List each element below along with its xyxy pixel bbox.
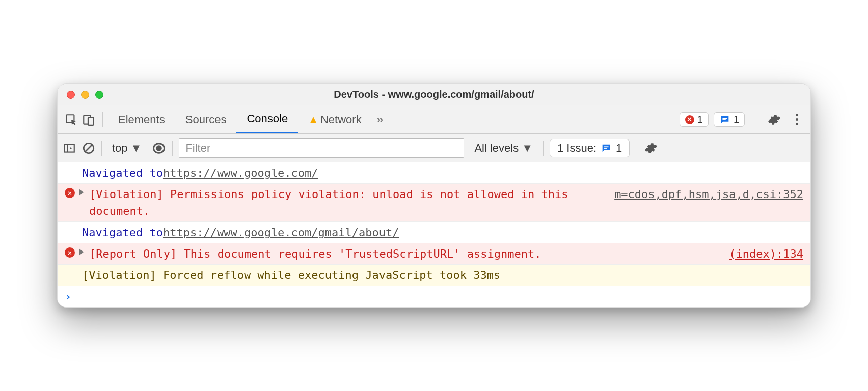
error-count-badge[interactable]: ✕ 1 (680, 112, 709, 127)
chevron-down-icon: ▼ (522, 142, 533, 155)
log-row-navigation: Navigated to https://www.google.com/ (58, 162, 810, 184)
context-selector[interactable]: top ▼ (108, 142, 146, 155)
error-count: 1 (697, 114, 703, 125)
main-tabbar: Elements Sources Console ▲ Network » ✕ 1… (58, 105, 810, 134)
svg-rect-3 (722, 118, 727, 119)
log-row-violation: [Violation] Forced reflow while executin… (58, 265, 810, 286)
svg-rect-2 (88, 117, 94, 125)
issues-button[interactable]: 1 Issue: 1 (550, 139, 630, 157)
tab-sources[interactable]: Sources (175, 105, 237, 133)
error-icon: ✕ (685, 115, 694, 124)
log-row-navigation: Navigated to https://www.google.com/gmai… (58, 222, 810, 243)
tabbar-right-tools: ✕ 1 1 (680, 111, 805, 128)
log-levels-selector[interactable]: All levels ▼ (470, 142, 537, 155)
tab-console[interactable]: Console (236, 105, 298, 133)
chevron-down-icon: ▼ (131, 142, 142, 155)
error-message: [Report Only] This document requires 'Tr… (89, 245, 719, 262)
error-icon: ✕ (65, 188, 75, 198)
clear-console-icon[interactable] (82, 142, 95, 155)
sidebar-toggle-icon[interactable] (63, 142, 76, 155)
message-count-badge[interactable]: 1 (714, 112, 745, 127)
prompt-caret: › (65, 290, 71, 303)
svg-rect-11 (604, 148, 607, 149)
error-message: [Violation] Permissions policy violation… (89, 186, 604, 219)
svg-rect-10 (604, 146, 608, 147)
error-source-link[interactable]: (index):134 (729, 245, 803, 262)
inspect-icon[interactable] (63, 111, 80, 128)
svg-point-9 (156, 145, 162, 151)
nav-prefix: Navigated to (82, 224, 163, 241)
violation-message: [Violation] Forced reflow while executin… (82, 267, 500, 284)
tab-network-label: Network (320, 113, 362, 126)
console-toolbar: top ▼ All levels ▼ 1 Issue: 1 (58, 134, 810, 162)
log-row-error[interactable]: ✕ [Violation] Permissions policy violati… (58, 184, 810, 222)
window-title: DevTools - www.google.com/gmail/about/ (58, 89, 810, 100)
message-icon (719, 114, 730, 125)
titlebar: DevTools - www.google.com/gmail/about/ (58, 84, 810, 105)
kebab-menu-icon[interactable] (788, 111, 805, 128)
svg-line-8 (86, 145, 92, 151)
context-label: top (112, 142, 128, 155)
log-row-error[interactable]: ✕ [Report Only] This document requires '… (58, 243, 810, 265)
devtools-window: DevTools - www.google.com/gmail/about/ E… (57, 83, 811, 308)
filter-input[interactable] (179, 138, 464, 158)
live-expression-icon[interactable] (152, 141, 166, 155)
message-icon (601, 143, 612, 154)
message-count: 1 (734, 114, 739, 125)
console-prompt[interactable]: › (58, 286, 810, 307)
svg-rect-5 (64, 144, 74, 152)
device-toggle-icon[interactable] (80, 111, 97, 128)
issues-label: 1 Issue: (557, 142, 596, 155)
tab-network[interactable]: ▲ Network (298, 105, 371, 133)
warning-icon: ▲ (308, 114, 318, 125)
nav-url[interactable]: https://www.google.com/ (163, 164, 318, 181)
levels-label: All levels (474, 142, 519, 155)
svg-rect-4 (722, 119, 725, 120)
error-icon: ✕ (65, 247, 75, 258)
tab-elements[interactable]: Elements (108, 105, 175, 133)
console-output: Navigated to https://www.google.com/ ✕ [… (58, 162, 810, 307)
error-source-link[interactable]: m=cdos,dpf,hsm,jsa,d,csi:352 (614, 186, 803, 219)
tabs-overflow[interactable]: » (372, 105, 388, 133)
expand-icon[interactable] (79, 248, 84, 256)
console-settings-icon[interactable] (644, 142, 658, 155)
settings-icon[interactable] (766, 111, 783, 128)
nav-prefix: Navigated to (82, 164, 163, 181)
expand-icon[interactable] (79, 189, 84, 196)
issues-count: 1 (616, 142, 622, 155)
nav-url[interactable]: https://www.google.com/gmail/about/ (163, 224, 399, 241)
